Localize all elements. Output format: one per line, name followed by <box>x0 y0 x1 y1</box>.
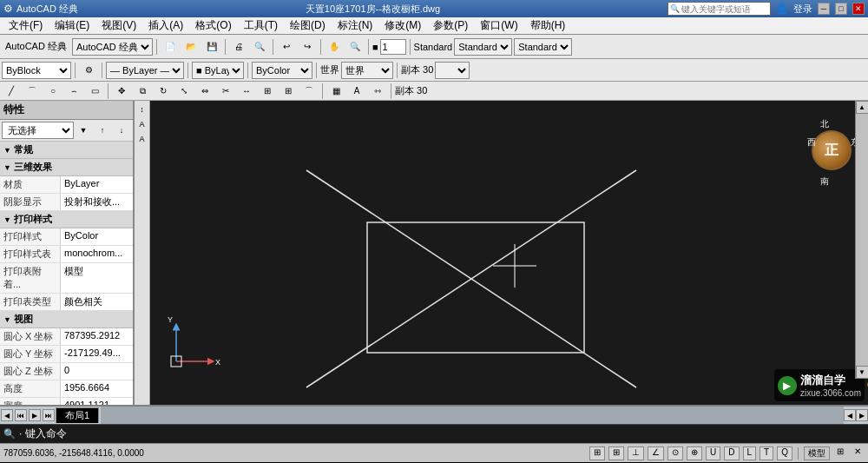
text-tool[interactable]: A <box>347 82 366 101</box>
search-input[interactable] <box>681 3 768 15</box>
arc-tool[interactable]: ⌢ <box>64 82 83 101</box>
menu-insert[interactable]: 插入(A) <box>143 17 188 34</box>
prop-value-cz[interactable]: 0 <box>61 363 133 380</box>
scale-tool[interactable]: ⤡ <box>174 82 194 101</box>
maximize-button[interactable]: □ <box>835 3 847 15</box>
login-btn[interactable]: 登录 <box>793 3 812 16</box>
prop-value-shadow[interactable]: 投射和接收... <box>61 194 133 210</box>
grid-btn[interactable]: ⊞ <box>608 446 624 460</box>
prop-value-cy[interactable]: -217129.49... <box>61 346 133 362</box>
qp-btn[interactable]: Q <box>777 446 792 460</box>
menu-format[interactable]: 格式(O) <box>190 17 236 34</box>
hatch-tool[interactable]: ▦ <box>326 82 345 101</box>
scroll-up-btn[interactable]: ▲ <box>856 101 869 114</box>
standard-select-2[interactable]: Standard <box>514 38 572 56</box>
menu-window[interactable]: 窗口(W) <box>475 17 523 34</box>
nav-last-btn[interactable]: ⏭ <box>43 409 55 421</box>
prop-value-printtype[interactable]: 颜色相关 <box>61 294 133 310</box>
prop-value-height[interactable]: 1956.6664 <box>61 380 133 397</box>
snap-btn[interactable]: ⊞ <box>589 446 605 460</box>
scroll-left-btn[interactable]: ◀ <box>844 409 856 421</box>
preview-button[interactable]: 🔍 <box>250 37 269 56</box>
scroll-down-btn[interactable]: ▼ <box>856 366 869 379</box>
rect-tool[interactable]: ▭ <box>85 82 104 101</box>
close-button[interactable]: ✕ <box>852 3 865 15</box>
lineweight-dropdown[interactable]: ■ ByLayer <box>192 62 244 79</box>
polar-btn[interactable]: ∠ <box>648 446 664 460</box>
menu-view[interactable]: 视图(V) <box>96 17 141 34</box>
trim-tool[interactable]: ✂ <box>216 82 235 101</box>
prop-value-cx[interactable]: 787395.2912 <box>61 328 133 345</box>
workspace-select[interactable]: AutoCAD 经典 <box>72 38 153 56</box>
prop-btn-2[interactable]: ↑ <box>93 123 112 137</box>
osnap-btn[interactable]: ⊙ <box>667 446 683 460</box>
canvas-area[interactable]: [-][俯视][二维线框] Y X <box>150 101 868 405</box>
menu-tools[interactable]: 工具(T) <box>239 17 283 34</box>
strip-btn-3[interactable]: A <box>135 132 149 146</box>
open-button[interactable]: 📂 <box>181 37 201 56</box>
menu-modify[interactable]: 修改(M) <box>379 17 426 34</box>
otrack-btn[interactable]: ⊕ <box>687 446 702 460</box>
minimize-button[interactable]: ─ <box>818 3 830 15</box>
prop-value-printattach[interactable]: 模型 <box>61 263 133 293</box>
mirror-tool[interactable]: ⇔ <box>195 82 214 101</box>
copy-tool[interactable]: ⧉ <box>133 82 152 101</box>
viewport-select[interactable] <box>435 62 470 79</box>
section-general[interactable]: 常规 <box>0 142 133 159</box>
move-tool[interactable]: ✥ <box>112 82 131 101</box>
array-tool[interactable]: ⊞ <box>279 82 298 101</box>
undo-button[interactable]: ↩ <box>277 37 296 56</box>
tpress-btn[interactable]: T <box>760 446 773 460</box>
prop-value-width[interactable]: 4901.1121 <box>61 398 133 405</box>
menu-file[interactable]: 文件(F) <box>3 17 48 34</box>
fillet-tool[interactable]: ⌒ <box>299 82 319 101</box>
menu-parameters[interactable]: 参数(P) <box>428 17 473 34</box>
menu-edit[interactable]: 编辑(E) <box>49 17 95 34</box>
standard-select[interactable]: Standard <box>454 38 512 56</box>
rotate-tool[interactable]: ↻ <box>154 82 173 101</box>
strip-btn-1[interactable]: ↕ <box>135 103 149 116</box>
layer-input[interactable] <box>380 39 406 55</box>
ducs-btn[interactable]: U <box>706 446 720 460</box>
offset-tool[interactable]: ⊞ <box>258 82 277 101</box>
pan-button[interactable]: ✋ <box>325 37 344 56</box>
menu-dimension[interactable]: 标注(N) <box>332 17 378 34</box>
nav-prev-btn[interactable]: ◀ <box>1 409 13 421</box>
tab-layout1[interactable]: 布局1 <box>56 407 99 423</box>
dyn-btn[interactable]: D <box>724 446 739 460</box>
lweight-btn[interactable]: L <box>743 446 757 460</box>
prop-btn-3[interactable]: ↓ <box>112 123 131 137</box>
line-tool[interactable]: ╱ <box>2 82 21 101</box>
model-btn[interactable]: 模型 <box>804 446 830 460</box>
section-3d[interactable]: 三维效果 <box>0 159 133 176</box>
nav-next-btn[interactable]: ▶ <box>29 409 41 421</box>
section-view[interactable]: 视图 <box>0 311 133 328</box>
toolbar-icon-2[interactable]: ✕ <box>851 446 865 460</box>
strip-btn-2[interactable]: A <box>135 117 149 131</box>
prop-value-printtable[interactable]: monochrom... <box>61 246 133 262</box>
prop-btn-1[interactable]: ▼ <box>74 123 93 137</box>
dim-tool[interactable]: ⇿ <box>368 82 387 101</box>
layer-dropdown[interactable]: ByBlock 0 <box>2 62 71 79</box>
zoom-button[interactable]: 🔍 <box>345 37 365 56</box>
world-select[interactable]: 世界 <box>341 62 393 79</box>
prop-value-material[interactable]: ByLayer <box>61 176 133 193</box>
extend-tool[interactable]: ↔ <box>237 82 256 101</box>
new-button[interactable]: 📄 <box>161 37 180 56</box>
save-button[interactable]: 💾 <box>202 37 221 56</box>
scroll-right-btn2[interactable]: ▶ <box>856 409 868 421</box>
ortho-btn[interactable]: ⊥ <box>628 446 644 460</box>
polyline-tool[interactable]: ⌒ <box>23 82 42 101</box>
circle-tool[interactable]: ○ <box>43 82 62 101</box>
redo-button[interactable]: ↪ <box>298 37 317 56</box>
menu-help[interactable]: 帮助(H) <box>525 17 571 34</box>
nav-first-btn[interactable]: ⏮ <box>15 409 27 421</box>
layer-props-button[interactable]: ⚙ <box>79 61 98 80</box>
menu-draw[interactable]: 绘图(D) <box>285 17 331 34</box>
color-dropdown[interactable]: ByColor <box>252 62 312 79</box>
prop-value-printstyle[interactable]: ByColor <box>61 228 133 245</box>
print-button[interactable]: 🖨 <box>229 37 248 56</box>
scroll-right[interactable]: ▲ ▼ <box>855 101 868 379</box>
selection-dropdown[interactable]: 无选择 <box>2 122 74 139</box>
toolbar-icon-1[interactable]: ⊞ <box>833 446 847 460</box>
